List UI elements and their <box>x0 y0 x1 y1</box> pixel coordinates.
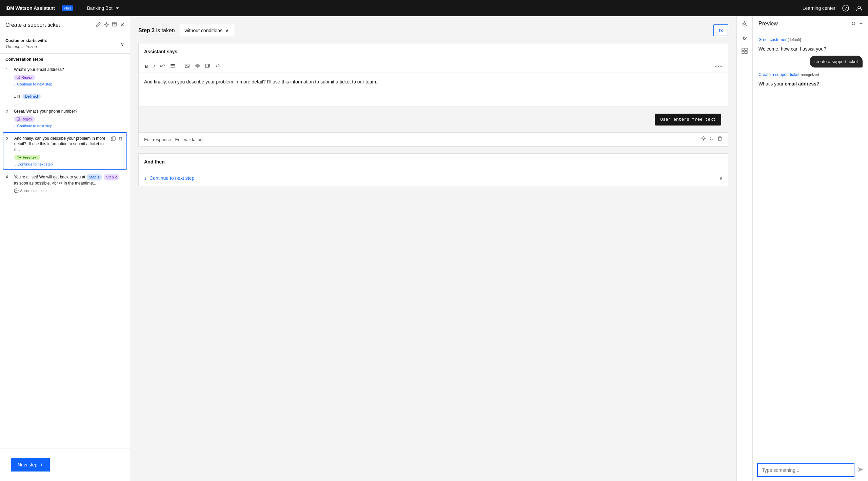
chevron-down-icon: ∨ <box>225 28 229 33</box>
list-item[interactable]: 1 What's your email address? T Regex ↓Co… <box>3 64 127 89</box>
video-button[interactable] <box>203 62 212 71</box>
toolbar-separator-2 <box>225 63 225 70</box>
edit-validation-button[interactable]: Edit validation <box>175 137 203 142</box>
step-badges: 1 is Defined <box>14 94 124 99</box>
svg-text:T: T <box>18 77 19 79</box>
list-item[interactable]: 1 is Defined <box>3 91 127 104</box>
svg-rect-13 <box>171 64 175 65</box>
fx-tool-icon[interactable]: fx <box>743 36 747 41</box>
delete-response-icon[interactable] <box>717 136 723 143</box>
step-content: 1 is Defined <box>14 94 124 101</box>
nav-right: Learning center ? <box>803 5 863 12</box>
step-header: Step 3 is taken without conditions ∨ fx <box>138 24 728 36</box>
list-button[interactable] <box>168 62 177 71</box>
preview-question: What's your email address? <box>758 81 863 86</box>
archive-icon[interactable] <box>112 22 117 28</box>
brand-name: IBM Watson Assistant <box>5 5 55 11</box>
delete-step-button[interactable] <box>118 136 124 143</box>
preview-content: Greet customer [default] Welcome, how ca… <box>753 31 868 459</box>
help-icon[interactable]: ? <box>842 5 849 12</box>
and-then-section: And then ↓ Continue to next step ∨ <box>138 153 728 186</box>
svg-rect-21 <box>742 48 744 51</box>
svg-point-19 <box>703 138 705 140</box>
action-complete: Action complete <box>14 188 124 193</box>
continue-next-row[interactable]: ↓ Continue to next step ∨ <box>139 170 728 186</box>
user-bubble-row: create a support ticket <box>758 56 863 68</box>
chevron-down-icon <box>115 5 120 11</box>
left-header-icons: ✕ <box>96 22 124 28</box>
assistant-says-label: Assistant says <box>139 43 728 60</box>
new-step-button[interactable]: New step + <box>11 458 50 472</box>
main-layout: Create a support ticket ✕ Customer start… <box>0 16 868 481</box>
greet-customer-link[interactable]: Greet customer [default] <box>758 37 801 42</box>
learning-center-link[interactable]: Learning center <box>803 5 835 11</box>
minimize-preview-button[interactable]: − <box>860 20 863 27</box>
bot-name[interactable]: Banking Bot <box>87 5 120 11</box>
defined-badge: Defined <box>22 94 41 99</box>
preview-header-icons: ↻ − <box>851 20 863 27</box>
settings-icon[interactable] <box>104 22 109 28</box>
step-badges: T Regex <box>14 75 124 80</box>
list-item[interactable]: 4 You're all set! We will get back to yo… <box>3 171 127 196</box>
text-editor[interactable]: And finally, can you describe your probl… <box>139 73 728 107</box>
gear-tool-icon[interactable] <box>741 20 748 29</box>
side-tools: fx <box>736 16 753 481</box>
close-icon[interactable]: ✕ <box>120 22 124 28</box>
list-item[interactable]: 3 And finally, can you describe your pro… <box>3 132 127 170</box>
regenerate-response-icon[interactable] <box>709 136 714 143</box>
step-text: And finally, can you describe your probl… <box>14 136 107 153</box>
svg-rect-18 <box>205 64 209 68</box>
recognized-action-link[interactable]: Create a support ticket <box>758 72 800 77</box>
svg-rect-22 <box>745 48 747 51</box>
list-item[interactable]: 2 Great. What's your phone number? T Reg… <box>3 105 127 131</box>
response-actions: Edit response Edit validation <box>139 133 728 146</box>
preview-title: Preview <box>758 21 778 27</box>
step-number: 4 <box>6 174 11 179</box>
edit-icon[interactable] <box>96 22 101 28</box>
bold-button[interactable]: B <box>143 62 150 70</box>
preview-input-area <box>753 459 868 481</box>
code-button[interactable] <box>213 62 222 71</box>
continue-chevron-icon: ∨ <box>719 175 723 181</box>
left-panel: Create a support ticket ✕ Customer start… <box>0 16 130 481</box>
svg-rect-15 <box>171 67 175 68</box>
conditions-button[interactable]: without conditions ∨ <box>179 25 234 36</box>
step-text: You're all set! We will get back to you … <box>14 174 124 186</box>
preview-chat-input[interactable] <box>757 463 854 477</box>
and-then-label: And then <box>139 154 728 170</box>
chevron-down-icon[interactable]: ∨ <box>120 41 124 47</box>
conv-steps-label: Conversation steps <box>0 54 130 64</box>
user-input-area: User enters free text <box>139 107 728 133</box>
step-content: And finally, can you describe your probl… <box>14 136 107 166</box>
user-icon[interactable] <box>856 5 863 12</box>
italic-button[interactable]: I <box>151 62 157 70</box>
nav-divider <box>80 4 80 12</box>
svg-rect-23 <box>742 51 744 54</box>
fx-button[interactable]: fx <box>713 24 728 36</box>
link-button[interactable] <box>158 62 167 71</box>
step-actions <box>110 136 124 143</box>
assistant-says-section: Assistant says B I <box>138 43 728 147</box>
svg-rect-14 <box>171 65 175 66</box>
audio-button[interactable] <box>193 62 202 71</box>
source-button[interactable]: </> <box>713 63 724 70</box>
steps-list: 1 What's your email address? T Regex ↓Co… <box>0 64 130 448</box>
duplicate-step-button[interactable] <box>110 136 116 143</box>
image-button[interactable] <box>183 62 192 71</box>
settings-response-icon[interactable] <box>701 136 706 143</box>
step-continue: ↓Continue to next step <box>14 162 107 166</box>
step-content: You're all set! We will get back to you … <box>14 174 124 193</box>
step-continue: ↓Continue to next step <box>14 124 124 128</box>
grid-tool-icon[interactable] <box>741 47 748 56</box>
step-number: 2 <box>6 109 11 114</box>
edit-response-button[interactable]: Edit response <box>144 137 171 142</box>
user-chat-bubble: create a support ticket <box>810 56 863 68</box>
user-input-bubble: User enters free text <box>655 114 721 126</box>
step-content: What's your email address? T Regex ↓Cont… <box>14 67 124 86</box>
editor-toolbar: B I <box>139 60 728 73</box>
step-number: 1 <box>6 67 11 72</box>
action-title: Create a support ticket <box>5 22 60 28</box>
top-nav: IBM Watson Assistant Plus Banking Bot Le… <box>0 0 868 16</box>
refresh-preview-button[interactable]: ↻ <box>851 20 855 27</box>
preview-send-button[interactable] <box>857 466 864 475</box>
